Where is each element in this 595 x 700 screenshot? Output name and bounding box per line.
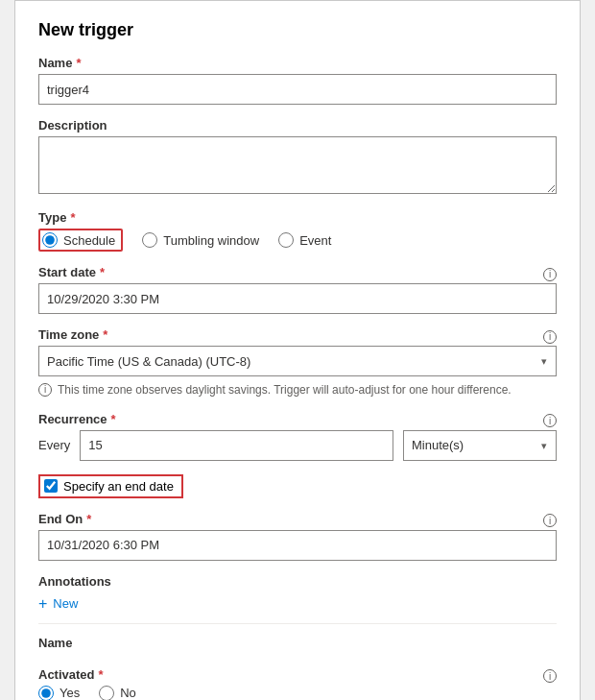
activated-option-no[interactable]: No	[99, 686, 136, 700]
end-on-field-group: End On * i	[38, 512, 557, 561]
type-label-schedule: Schedule	[63, 233, 115, 248]
recurrence-unit-select-wrapper: Minute(s) ▾	[403, 430, 557, 461]
end-on-label: End On *	[38, 512, 91, 526]
type-option-schedule[interactable]: Schedule	[38, 229, 123, 252]
start-date-info-icon[interactable]: i	[543, 268, 557, 281]
type-radio-tumbling[interactable]	[142, 232, 157, 248]
description-textarea[interactable]	[38, 136, 557, 194]
start-date-label: Start date *	[38, 265, 105, 279]
end-on-input[interactable]	[38, 530, 557, 561]
type-radio-schedule[interactable]	[42, 232, 58, 248]
activated-label: Activated *	[38, 667, 104, 682]
start-date-input[interactable]	[38, 283, 557, 314]
activated-option-yes[interactable]: Yes	[38, 686, 80, 700]
activated-radio-no[interactable]	[99, 686, 114, 700]
timezone-label: Time zone *	[38, 327, 107, 342]
recurrence-info-icon[interactable]: i	[543, 414, 557, 427]
type-option-event[interactable]: Event	[278, 232, 331, 248]
start-date-label-row: Start date * i	[38, 265, 557, 283]
start-date-field-group: Start date * i	[38, 265, 557, 314]
activated-field-group: Activated * i Yes No	[38, 667, 557, 700]
type-label-event: Event	[299, 233, 331, 248]
type-option-tumbling[interactable]: Tumbling window	[142, 232, 259, 248]
new-trigger-dialog: New trigger Name * Description Type * Sc…	[14, 0, 581, 700]
recurrence-unit-select[interactable]: Minute(s)	[403, 430, 557, 461]
annotations-divider	[38, 623, 557, 624]
timezone-required-star: *	[103, 327, 107, 342]
activated-radio-yes[interactable]	[38, 686, 54, 700]
end-on-required-star: *	[86, 512, 91, 526]
timezone-select[interactable]: Pacific Time (US & Canada) (UTC-8)	[38, 346, 557, 376]
annotations-new-button[interactable]: + New	[38, 592, 557, 616]
specify-end-date-text: Specify an end date	[63, 479, 174, 494]
type-radio-group: Schedule Tumbling window Event	[38, 229, 557, 252]
annotations-col-header: Name	[38, 632, 557, 654]
dialog-title: New trigger	[38, 20, 557, 40]
description-label: Description	[38, 118, 557, 133]
recurrence-label-row: Recurrence * i	[38, 412, 557, 430]
specify-end-date-group: Specify an end date	[38, 474, 557, 498]
type-label-tumbling: Tumbling window	[163, 233, 259, 248]
timezone-info-inline-icon: i	[38, 383, 52, 397]
timezone-select-wrapper: Pacific Time (US & Canada) (UTC-8) ▾	[38, 346, 557, 376]
start-date-required-star: *	[100, 265, 105, 279]
timezone-info-icon[interactable]: i	[543, 330, 557, 344]
type-required-star: *	[70, 210, 75, 225]
recurrence-row: Every Minute(s) ▾	[38, 430, 557, 461]
name-input[interactable]	[38, 74, 557, 105]
recurrence-label: Recurrence *	[38, 412, 116, 426]
activated-label-no: No	[120, 686, 136, 700]
timezone-label-row: Time zone * i	[38, 327, 557, 346]
end-on-label-row: End On * i	[38, 512, 557, 530]
recurrence-every-input[interactable]	[80, 430, 393, 461]
recurrence-unit-wrapper: Minute(s) ▾	[403, 430, 557, 461]
description-field-group: Description	[38, 118, 557, 197]
recurrence-every-wrapper	[80, 430, 393, 461]
plus-icon: +	[38, 596, 47, 612]
name-required-star: *	[76, 56, 81, 70]
timezone-info-text: i This time zone observes daylight savin…	[38, 382, 557, 398]
type-label: Type *	[38, 210, 557, 225]
activated-required-star: *	[99, 667, 104, 682]
activated-label-row: Activated * i	[38, 667, 557, 686]
recurrence-required-star: *	[111, 412, 116, 426]
end-on-info-icon[interactable]: i	[543, 514, 557, 527]
type-radio-event[interactable]	[278, 232, 294, 248]
type-field-group: Type * Schedule Tumbling window Event	[38, 210, 557, 252]
activated-radio-group: Yes No	[38, 686, 557, 700]
specify-end-date-checkbox[interactable]	[44, 479, 58, 493]
recurrence-every-label: Every	[38, 438, 70, 452]
name-field-group: Name *	[38, 56, 557, 105]
name-label: Name *	[38, 56, 557, 70]
activated-label-yes: Yes	[60, 686, 80, 700]
annotations-new-label: New	[53, 596, 78, 611]
annotations-label: Annotations	[38, 574, 557, 589]
timezone-field-group: Time zone * i Pacific Time (US & Canada)…	[38, 327, 557, 398]
annotations-field-group: Annotations + New Name	[38, 574, 557, 654]
specify-end-date-label[interactable]: Specify an end date	[38, 474, 183, 498]
activated-info-icon[interactable]: i	[543, 669, 557, 683]
recurrence-field-group: Recurrence * i Every Minute(s) ▾	[38, 412, 557, 461]
